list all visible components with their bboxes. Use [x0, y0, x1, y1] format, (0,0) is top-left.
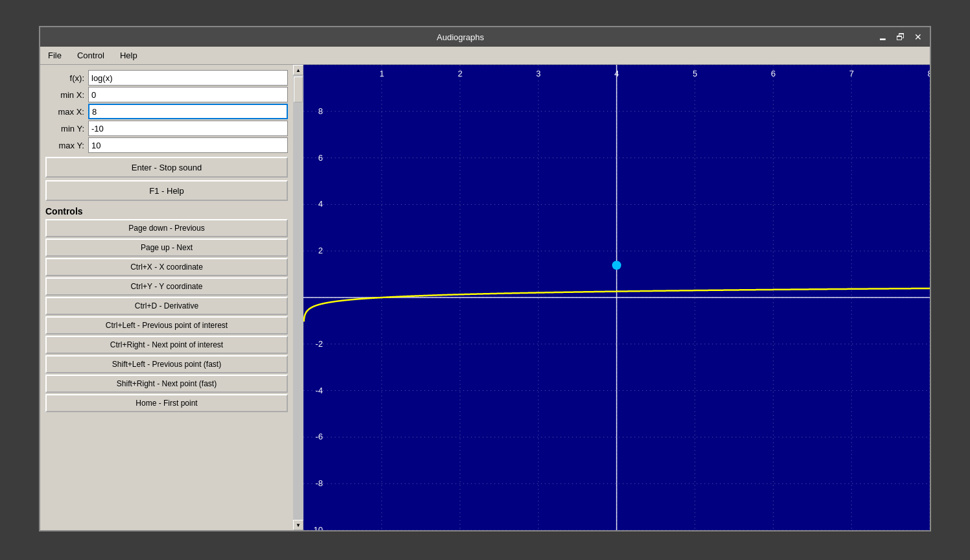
scroll-up[interactable]: ▲	[293, 65, 303, 75]
ctrl-btn-8[interactable]: Shift+Right - Next point (fast)	[45, 375, 288, 393]
minx-input[interactable]	[88, 87, 288, 102]
menu-bar: File Control Help	[40, 47, 930, 65]
menu-control[interactable]: Control	[75, 49, 107, 62]
title-bar: Audiographs 🗕 🗗 ✕	[40, 27, 930, 47]
scrollbar: ▲ ▼	[293, 65, 303, 530]
ctrl-btn-5[interactable]: Ctrl+Left - Previous point of interest	[45, 316, 288, 334]
miny-row: min Y:	[45, 121, 288, 136]
minimize-button[interactable]: 🗕	[875, 30, 890, 43]
graph-canvas	[303, 65, 930, 530]
main-window: Audiographs 🗕 🗗 ✕ File Control Help f(x)…	[39, 26, 931, 531]
restore-button[interactable]: 🗗	[893, 30, 908, 43]
title-bar-buttons: 🗕 🗗 ✕	[875, 30, 925, 43]
maxx-label: max X:	[45, 107, 84, 117]
maxy-label: max Y:	[45, 141, 84, 150]
enter-stop-button[interactable]: Enter - Stop sound	[45, 157, 288, 178]
fx-row: f(x):	[45, 70, 288, 86]
controls-label: Controls	[45, 206, 288, 216]
fx-label: f(x):	[45, 73, 84, 83]
ctrl-btn-2[interactable]: Ctrl+X - X coordinate	[45, 258, 288, 276]
miny-label: min Y:	[45, 124, 84, 134]
menu-help[interactable]: Help	[117, 49, 140, 62]
scroll-thumb[interactable]	[294, 76, 303, 102]
ctrl-btn-1[interactable]: Page up - Next	[45, 239, 288, 257]
maxx-input[interactable]	[88, 104, 288, 119]
maxy-row: max Y:	[45, 137, 288, 153]
minx-row: min X:	[45, 87, 288, 102]
title-bar-title: Audiographs	[45, 32, 875, 42]
minx-label: min X:	[45, 90, 84, 100]
ctrl-btn-3[interactable]: Ctrl+Y - Y coordinate	[45, 277, 288, 296]
f1-help-button[interactable]: F1 - Help	[45, 180, 288, 201]
maxy-input[interactable]	[88, 137, 288, 153]
ctrl-btn-7[interactable]: Shift+Left - Previous point (fast)	[45, 355, 288, 373]
ctrl-btn-9[interactable]: Home - First point	[45, 394, 288, 412]
content-area: f(x): min X: max X: min Y: max Y:	[40, 65, 930, 530]
fx-input[interactable]	[88, 70, 288, 86]
scroll-down[interactable]: ▼	[293, 520, 303, 530]
ctrl-btn-6[interactable]: Ctrl+Right - Next point of interest	[45, 336, 288, 354]
menu-file[interactable]: File	[45, 49, 64, 62]
ctrl-btn-4[interactable]: Ctrl+D - Derivative	[45, 297, 288, 315]
maxx-row: max X:	[45, 104, 288, 119]
graph-area	[303, 65, 930, 530]
left-panel: f(x): min X: max X: min Y: max Y:	[40, 65, 293, 530]
miny-input[interactable]	[88, 121, 288, 136]
close-button[interactable]: ✕	[912, 30, 925, 43]
ctrl-btn-0[interactable]: Page down - Previous	[45, 219, 288, 237]
